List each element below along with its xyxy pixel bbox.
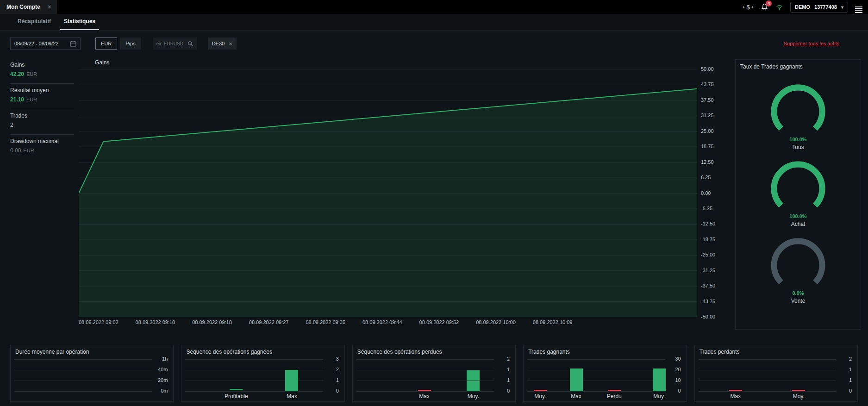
- y-axis-tick: -31.25: [701, 268, 715, 273]
- mini-gridline: [356, 359, 494, 360]
- document-tab-title: Mon Compte: [6, 4, 40, 10]
- mini-y-tick: 0: [336, 388, 339, 394]
- filter-bar: 08/09/22 - 08/09/22 EUR Pips DE30 × Supp…: [10, 37, 858, 50]
- stats-panel: Gains42.20EURRésultat moyen21.10EURTrade…: [10, 58, 74, 160]
- mini-y-tick: 0: [849, 388, 852, 394]
- stat-label: Gains: [10, 62, 74, 68]
- stat-item: Résultat moyen21.10EUR: [10, 84, 74, 109]
- y-axis-tick: 0.00: [701, 190, 711, 196]
- mini-gridline: [185, 381, 323, 381]
- account-selector[interactable]: DEMO 13777408 ▾: [790, 2, 848, 12]
- stat-item: Trades2: [10, 109, 74, 135]
- symbol-search[interactable]: [153, 37, 197, 50]
- mini-marker: [729, 390, 742, 391]
- mini-y-tick: 40m: [158, 367, 168, 372]
- search-icon: [187, 41, 194, 47]
- document-tab-mon-compte[interactable]: Mon Compte ×: [0, 0, 57, 14]
- gauge-value: 100.0%: [789, 213, 806, 219]
- mini-x-label: Max: [730, 393, 741, 400]
- asset-chip-de30[interactable]: DE30 ×: [208, 37, 237, 50]
- tab-statistiques[interactable]: Statistiques: [60, 14, 99, 30]
- x-axis-tick: 08.09.2022 09:52: [419, 319, 459, 325]
- gauge-label: Achat: [791, 221, 806, 227]
- app-root: Mon Compte × $ 4: [0, 0, 868, 406]
- account-number: 13777408: [814, 4, 837, 10]
- top-bar: Mon Compte × $ 4: [0, 0, 868, 14]
- gauge-achat: 100.0%Achat: [763, 161, 833, 227]
- calendar-icon: [70, 40, 76, 47]
- stat-label: Trades: [10, 112, 74, 119]
- gains-area-chart: [79, 69, 697, 317]
- mini-gridline: [527, 391, 665, 392]
- mini-chart-title: Séquence des opérations perdues: [357, 349, 442, 355]
- mini-y-tick: 0: [507, 388, 510, 394]
- mini-charts-row: Durée moyenne par opération1h40m20m0mPro…: [10, 345, 858, 402]
- stat-value: 21.10EUR: [10, 96, 74, 103]
- stat-label: Résultat moyen: [10, 87, 74, 94]
- y-axis-tick: 31.25: [701, 112, 714, 118]
- mini-y-tick: 2: [849, 356, 852, 362]
- notification-badge: 4: [766, 0, 772, 6]
- mini-chart-losing-trades: Trades perdants2110MaxMoy.: [694, 345, 858, 402]
- gauge-vente: 0.0%Vente: [763, 237, 833, 304]
- mini-gridline: [185, 359, 323, 360]
- mini-y-tick: 1: [336, 377, 339, 383]
- mini-chart-win-streak: Séquence des opérations gagnées3210MaxMo…: [181, 345, 344, 402]
- symbol-search-input[interactable]: [156, 41, 187, 46]
- deposit-money-icon[interactable]: $: [743, 4, 754, 11]
- notifications-bell-icon[interactable]: 4: [761, 3, 768, 11]
- gains-plot-area: [79, 69, 697, 317]
- mini-bar: [570, 369, 583, 391]
- mini-y-tick: 2: [336, 367, 339, 372]
- stat-value: 2: [10, 122, 74, 128]
- mini-gridline: [14, 381, 152, 381]
- mini-gridline: [356, 391, 494, 392]
- gains-x-axis: 08.09.2022 09:0208.09.2022 09:1008.09.20…: [79, 319, 697, 327]
- mini-gridline: [14, 370, 152, 370]
- x-axis-tick: 08.09.2022 10:00: [476, 319, 516, 325]
- mini-chart-title: Trades gagnants: [528, 349, 570, 355]
- section-tabs: Récapitulatif Statistiques: [0, 14, 868, 31]
- menu-hamburger-icon[interactable]: [855, 6, 862, 9]
- mini-gridline: [527, 370, 665, 370]
- y-axis-tick: -18.75: [701, 237, 715, 242]
- clear-all-assets-link[interactable]: Supprimer tous les actifs: [784, 41, 839, 46]
- mini-chart-winning-trades: Trades gagnants3020100MaxMoy.: [523, 345, 687, 402]
- mini-y-tick: 3: [336, 356, 339, 362]
- y-axis-tick: -6.25: [701, 206, 712, 211]
- topbar-right-cluster: $ 4 DEMO 137: [743, 2, 868, 12]
- mini-y-tick: 10: [675, 377, 681, 383]
- mini-bar: [653, 369, 666, 391]
- mini-gridline: [699, 381, 836, 381]
- mini-chart-loss-streak: Séquence des opérations perdues2110MaxMo…: [352, 345, 516, 402]
- y-axis-tick: -50.00: [701, 314, 715, 319]
- currency-eur-button[interactable]: EUR: [95, 37, 117, 50]
- x-axis-tick: 08.09.2022 10:09: [533, 319, 573, 325]
- mini-y-tick: 1h: [162, 356, 168, 362]
- mini-chart-title: Séquence des opérations gagnées: [186, 349, 272, 355]
- date-range-value: 08/09/22 - 08/09/22: [14, 41, 58, 46]
- y-axis-tick: -12.50: [701, 221, 715, 226]
- pips-button[interactable]: Pips: [120, 37, 141, 50]
- y-axis-tick: 43.75: [701, 81, 714, 87]
- mini-chart-title: Durée moyenne par opération: [15, 349, 89, 355]
- tab-close-icon[interactable]: ×: [48, 3, 51, 11]
- gauges-wrap: 100.0%Tous100.0%Achat0.0%Vente: [736, 84, 861, 304]
- mini-gridline: [185, 370, 323, 370]
- chip-close-icon[interactable]: ×: [229, 40, 232, 47]
- mini-gridline: [699, 359, 836, 360]
- y-axis-tick: 12.50: [701, 159, 714, 165]
- mini-y-tick: 0: [678, 388, 681, 394]
- mini-y-tick: 20: [675, 367, 681, 372]
- date-range-input[interactable]: 08/09/22 - 08/09/22: [10, 37, 81, 50]
- mini-gridline: [14, 391, 152, 392]
- mini-x-label: Moy.: [793, 393, 805, 400]
- mini-gridline: [14, 359, 152, 360]
- mini-y-tick: 1: [507, 377, 510, 383]
- tab-recapitulatif[interactable]: Récapitulatif: [14, 14, 55, 30]
- stat-value: 42.20EUR: [10, 71, 74, 77]
- x-axis-tick: 08.09.2022 09:10: [136, 319, 175, 325]
- gauge-arc: [763, 237, 833, 289]
- mini-gridline: [356, 370, 494, 370]
- gauge-value: 100.0%: [789, 137, 806, 142]
